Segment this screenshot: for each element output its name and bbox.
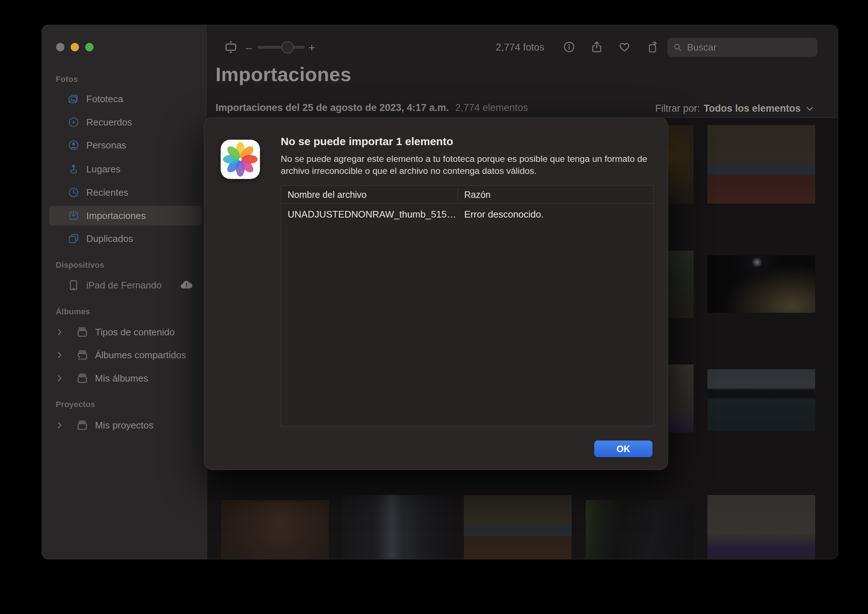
import-tray-icon: [67, 209, 80, 222]
zoom-slider[interactable]: [257, 46, 305, 49]
search-icon: [672, 42, 683, 53]
cloud-alert-icon: [180, 280, 193, 290]
photo-thumbnail[interactable]: [586, 500, 694, 560]
chevron-right-icon[interactable]: [54, 327, 64, 337]
close-button[interactable]: [56, 43, 64, 51]
column-header-reason: Razón: [464, 186, 490, 204]
sidebar-item-label: Personas: [86, 140, 126, 151]
photo-thumbnail[interactable]: [342, 495, 450, 560]
minimize-button[interactable]: [71, 43, 79, 51]
sidebar-section-dispositivos: Dispositivos: [56, 260, 104, 270]
sidebar-item-label: Recientes: [86, 187, 129, 198]
photo-thumbnail[interactable]: [708, 255, 815, 313]
photo-thumbnail[interactable]: [464, 495, 572, 560]
sidebar-item-label: Álbumes compartidos: [95, 350, 186, 361]
column-divider: [458, 189, 458, 200]
filter-value: Todos los elementos: [703, 103, 801, 114]
album-stack-icon: [76, 372, 89, 385]
sidebar-item-label: Importaciones: [86, 210, 146, 222]
sidebar-item-ipad[interactable]: iPad de Fernando: [49, 275, 202, 295]
people-icon: [67, 139, 80, 151]
filter-label: Filtrar por:: [655, 103, 700, 114]
zoom-slider-knob[interactable]: [282, 41, 294, 53]
screen: Fotos Fototeca Recuerdos: [0, 0, 868, 614]
album-stack-icon: [76, 419, 89, 431]
photo-count: 2,774 fotos: [479, 42, 544, 53]
import-error-dialog: No se puede importar 1 elemento No se pu…: [204, 118, 668, 470]
sidebar-item-label: Recuerdos: [86, 117, 132, 128]
photos-flower-icon: [221, 140, 260, 179]
error-table-row[interactable]: UNADJUSTEDNONRAW_thumb_515… Error descon…: [281, 204, 653, 223]
sidebar-item-label: Fototeca: [86, 93, 123, 105]
sidebar-item-personas[interactable]: Personas: [49, 135, 202, 155]
search-input[interactable]: [686, 42, 812, 53]
zoom-out-button[interactable]: –: [246, 42, 252, 54]
chevron-right-icon[interactable]: [54, 374, 64, 383]
sidebar-item-label: iPad de Fernando: [86, 280, 162, 291]
album-stack-icon: [76, 326, 89, 338]
photo-thumbnail[interactable]: [221, 500, 329, 560]
photos-app-icon: [221, 140, 260, 179]
shared-album-icon: [76, 349, 89, 361]
sidebar-item-fototeca[interactable]: Fototeca: [49, 89, 202, 109]
sidebar-item-importaciones[interactable]: Importaciones: [49, 206, 202, 225]
dialog-message: No se puede agregar este elemento a tu f…: [281, 153, 649, 177]
sidebar-section-albumes: Álbumes: [56, 307, 90, 316]
share-icon[interactable]: [590, 40, 603, 53]
page-title: Importaciones: [216, 63, 352, 85]
sidebar-item-label: Lugares: [86, 164, 121, 175]
chevron-right-icon[interactable]: [54, 420, 64, 430]
ipad-icon: [67, 279, 80, 291]
sidebar-item-albumes-compartidos[interactable]: Álbumes compartidos: [49, 345, 202, 365]
error-table: Nombre del archivo Razón UNADJUSTEDNONRA…: [281, 185, 653, 426]
favorite-heart-icon[interactable]: [618, 40, 631, 53]
info-icon[interactable]: [563, 40, 576, 53]
recents-clock-icon: [67, 186, 80, 198]
zoom-window-button[interactable]: [85, 43, 93, 51]
sidebar-item-label: Mis proyectos: [95, 420, 153, 431]
sidebar-item-lugares[interactable]: Lugares: [49, 159, 202, 179]
memories-icon: [67, 116, 80, 129]
import-session-subtitle: Importaciones del 25 de agosto de 2023, …: [216, 102, 528, 113]
places-pin-icon: [67, 163, 80, 175]
sidebar-section-proyectos: Proyectos: [56, 400, 95, 409]
duplicates-icon: [67, 233, 80, 245]
sidebar-item-mis-albumes[interactable]: Mis álbumes: [49, 368, 202, 389]
filter-dropdown[interactable]: Filtrar por: Todos los elementos: [655, 103, 815, 114]
chevron-right-icon[interactable]: [54, 350, 64, 360]
search-field[interactable]: [667, 38, 817, 57]
import-session-date: Importaciones del 25 de agosto de 2023, …: [216, 102, 449, 113]
sidebar: Fotos Fototeca Recuerdos: [42, 25, 207, 559]
import-session-count: 2,774 elementos: [455, 102, 528, 113]
ok-button[interactable]: OK: [594, 440, 652, 457]
sidebar-item-tipos-de-contenido[interactable]: Tipos de contenido: [49, 322, 202, 342]
rotate-icon[interactable]: [646, 40, 659, 53]
sidebar-item-label: Mis álbumes: [95, 373, 148, 384]
sidebar-item-mis-proyectos[interactable]: Mis proyectos: [49, 415, 202, 436]
sidebar-item-label: Tipos de contenido: [95, 327, 175, 338]
thumbnail-size-icon[interactable]: [223, 39, 239, 55]
toolbar: – + 2,774 fotos: [208, 25, 838, 58]
photo-library-icon: [67, 93, 80, 105]
sidebar-item-recuerdos[interactable]: Recuerdos: [49, 112, 202, 132]
zoom-in-button[interactable]: +: [308, 41, 315, 54]
photo-thumbnail[interactable]: [708, 125, 815, 204]
error-table-header: Nombre del archivo Razón: [281, 186, 653, 204]
photo-thumbnail[interactable]: [708, 495, 815, 560]
sidebar-item-duplicados[interactable]: Duplicados: [49, 228, 202, 249]
sidebar-item-label: Duplicados: [86, 233, 133, 245]
chevron-down-icon: [805, 104, 815, 113]
sidebar-item-recientes[interactable]: Recientes: [49, 182, 202, 203]
column-header-filename: Nombre del archivo: [288, 186, 367, 204]
window-controls: [56, 43, 93, 51]
error-reason: Error desconocido.: [464, 204, 544, 223]
dialog-title: No se puede importar 1 elemento: [281, 135, 453, 148]
sidebar-section-fotos: Fotos: [56, 74, 78, 84]
error-file-name: UNADJUSTEDNONRAW_thumb_515…: [288, 204, 456, 223]
photo-thumbnail[interactable]: [708, 369, 815, 431]
